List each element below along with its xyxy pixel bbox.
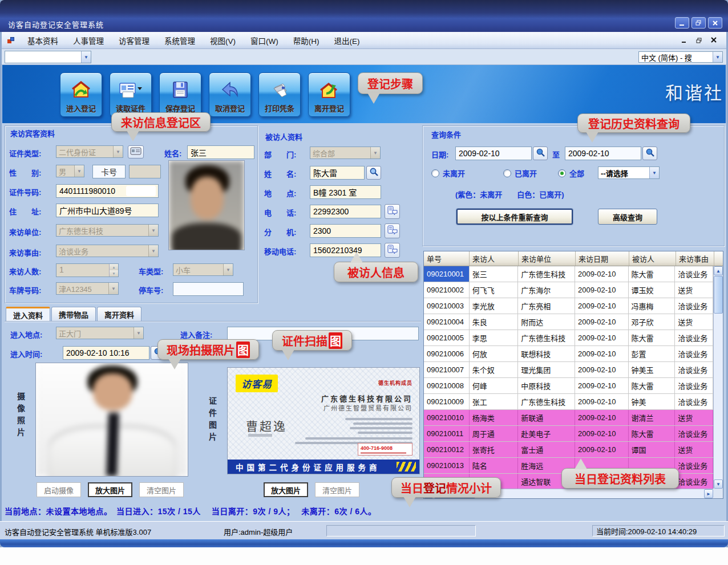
table-cell[interactable]: 090210011 <box>424 426 470 441</box>
parking-input[interactable] <box>173 282 244 296</box>
menu-item[interactable]: 基本资料 <box>20 32 66 48</box>
table-cell[interactable]: 送货 <box>675 442 713 457</box>
column-header[interactable]: 来访日期 <box>576 251 629 266</box>
image-button[interactable]: 清空图片 <box>139 482 184 497</box>
chevron-down-icon[interactable]: ▼ <box>134 327 143 339</box>
mobile-input[interactable]: 15602210349 <box>310 243 381 257</box>
table-cell[interactable]: 理光集团 <box>518 362 575 377</box>
menu-item[interactable]: 帮助(H) <box>286 32 327 48</box>
mdi-restore-button[interactable] <box>694 36 703 44</box>
table-cell[interactable]: 送货 <box>675 410 713 425</box>
chevron-down-icon[interactable]: ▼ <box>113 146 123 157</box>
column-header[interactable]: 来访人 <box>470 251 519 266</box>
table-row[interactable]: 090210005李思广东德生科技2009-02-10陈大雷洽谈业务 <box>424 330 713 346</box>
table-row[interactable]: 090210001张三广东德生科技2009-02-10陈大雷洽谈业务 <box>424 266 713 282</box>
table-cell[interactable]: 张三 <box>470 266 519 282</box>
restore-button[interactable] <box>691 17 706 29</box>
scroll-right-icon[interactable]: ► <box>704 489 713 498</box>
radio-left[interactable]: 已离开 <box>503 168 537 178</box>
table-cell[interactable]: 陈大雷 <box>629 426 676 441</box>
requery-button[interactable]: 按以上条件重新查询 <box>456 209 573 225</box>
toolbar-button-2[interactable]: 读取证件 <box>110 72 152 117</box>
table-cell[interactable]: 洽谈业务 <box>675 298 713 314</box>
radio-icon[interactable] <box>431 169 439 177</box>
table-cell[interactable]: 周于通 <box>470 426 519 441</box>
table-cell[interactable]: 陈大雷 <box>629 266 676 282</box>
menu-item[interactable]: 人事管理 <box>66 32 111 48</box>
table-cell[interactable]: 杨海类 <box>470 410 519 425</box>
table-cell[interactable]: 新联通 <box>518 410 575 425</box>
mdi-minimize-button[interactable] <box>680 36 689 44</box>
table-cell[interactable]: 2009-02-10 <box>575 362 629 377</box>
ext-input[interactable]: 2300 <box>310 224 381 238</box>
table-cell[interactable]: 090210012 <box>424 442 470 457</box>
reason-combo[interactable]: 洽谈业务▼ <box>56 245 159 257</box>
table-cell[interactable]: 朱个奴 <box>470 362 519 377</box>
image-button[interactable]: 放大图片 <box>88 482 132 497</box>
table-cell[interactable]: 广东德生科技 <box>518 266 575 282</box>
table-cell[interactable]: 谭国 <box>629 442 676 457</box>
table-cell[interactable]: 090210008 <box>424 378 470 393</box>
table-cell[interactable]: 洽谈业务 <box>675 346 713 361</box>
table-row[interactable]: 090210008何峰中原科技2009-02-10陈大雷洽谈业务 <box>424 378 713 394</box>
table-cell[interactable]: 附而达 <box>518 314 575 330</box>
date-to-picker-button[interactable] <box>642 147 657 160</box>
table-cell[interactable]: 冯惠梅 <box>629 298 676 314</box>
table-cell[interactable]: 洽谈业务 <box>675 474 713 489</box>
table-cell[interactable]: 富士通 <box>518 442 575 457</box>
cert-type-combo[interactable]: 二代身份证▼ <box>56 145 123 158</box>
chevron-down-icon[interactable]: ▼ <box>74 165 84 177</box>
table-row[interactable]: 090210012张寄托富士通2009-02-10谭国送货 <box>424 442 713 458</box>
column-header[interactable]: 来访单位 <box>519 251 576 266</box>
visitor-count-stepper[interactable]: 1 ▲▼ <box>56 263 119 277</box>
dial-mobile-button[interactable] <box>385 243 400 258</box>
chevron-down-icon[interactable]: ▼ <box>81 51 91 63</box>
date-from-input[interactable]: 2009-02-10 <box>455 147 532 160</box>
table-cell[interactable]: 洽谈业务 <box>675 458 713 473</box>
table-cell[interactable]: 090210006 <box>424 346 470 361</box>
table-cell[interactable]: 钟美 <box>629 394 676 409</box>
table-cell[interactable]: 090210001 <box>424 266 470 282</box>
table-cell[interactable]: 2009-02-10 <box>575 346 629 361</box>
menu-item[interactable]: 窗口(W) <box>243 32 286 48</box>
chevron-down-icon[interactable]: ▼ <box>148 245 158 257</box>
radio-icon[interactable] <box>503 169 511 177</box>
company-combo[interactable]: 广东德生科技▼ <box>56 224 159 237</box>
table-cell[interactable]: 李思 <box>470 330 519 345</box>
table-row[interactable]: 090210006何放联想科技2009-02-10彭置洽谈业务 <box>424 346 713 362</box>
visited-search-button[interactable] <box>366 166 381 180</box>
visitor-name-input[interactable]: 张三 <box>187 145 254 159</box>
table-cell[interactable]: 陈大雷 <box>629 330 676 345</box>
table-cell[interactable]: 2009-02-10 <box>575 266 629 282</box>
image-button[interactable]: 放大图片 <box>264 482 308 497</box>
menu-item[interactable]: 访客管理 <box>111 32 157 48</box>
mdi-close-button[interactable] <box>709 36 718 44</box>
toolbar-button-3[interactable]: 保存登记 <box>159 72 201 117</box>
dial-ext-button[interactable] <box>385 223 400 238</box>
toolbar-button-6[interactable]: 离开登记 <box>308 72 350 117</box>
table-cell[interactable]: 2009-02-10 <box>575 394 629 409</box>
chevron-down-icon[interactable]: ▼ <box>223 264 233 275</box>
table-cell[interactable]: 何峰 <box>470 378 519 393</box>
table-cell[interactable]: 洽谈业务 <box>675 378 713 393</box>
advanced-query-button[interactable]: 高级查询 <box>598 209 657 225</box>
table-row[interactable]: 090210009张工广东德生科技2009-02-10钟美洽谈业务 <box>424 394 713 410</box>
table-row[interactable]: 090210004朱良附而达2009-02-10邓子欣送货 <box>424 314 713 330</box>
table-cell[interactable]: 090210007 <box>424 362 470 377</box>
scroll-down-icon[interactable]: ▼ <box>714 479 723 489</box>
image-button[interactable]: 启动摄像 <box>37 482 81 497</box>
table-cell[interactable]: 何飞飞 <box>470 282 519 298</box>
table-cell[interactable]: 广东德生科技 <box>518 394 575 409</box>
table-cell[interactable]: 2009-02-10 <box>575 410 629 425</box>
table-cell[interactable]: 2009-02-10 <box>575 426 629 441</box>
quick-select-combo[interactable]: ▼ <box>5 51 91 63</box>
table-cell[interactable]: 谢清兰 <box>629 410 676 425</box>
card-reader-button[interactable] <box>128 145 144 158</box>
car-type-combo[interactable]: 小车▼ <box>173 263 233 276</box>
table-cell[interactable]: 2009-02-10 <box>575 314 629 330</box>
entry-time-input[interactable]: 2009-02-10 10:16 <box>63 346 149 360</box>
table-cell[interactable]: 洽谈业务 <box>675 426 713 441</box>
language-combo[interactable]: 中文 (简体) - 搜▼ <box>638 51 723 63</box>
table-cell[interactable]: 090210005 <box>424 330 470 345</box>
table-cell[interactable]: 张工 <box>470 394 519 409</box>
